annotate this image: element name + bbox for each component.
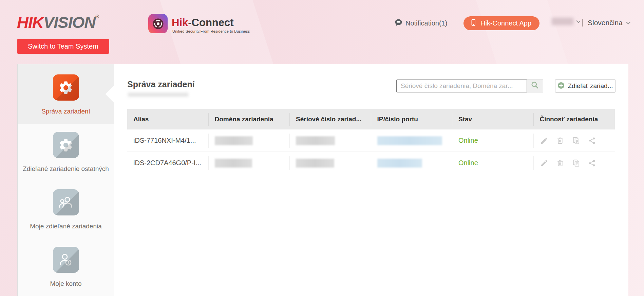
row-actions bbox=[540, 136, 596, 145]
language-selector[interactable]: Slovenčina bbox=[588, 19, 629, 27]
table-header: Alias Doména zariadenia Sériové číslo za… bbox=[127, 109, 615, 129]
gear-icon bbox=[53, 132, 79, 158]
search-button[interactable] bbox=[527, 80, 543, 92]
delete-button[interactable] bbox=[556, 159, 565, 168]
gear-icon bbox=[53, 74, 79, 101]
hik-connect-app-button[interactable]: Hik-Connect App bbox=[463, 16, 539, 30]
phone-icon bbox=[470, 18, 477, 28]
search-icon bbox=[531, 81, 539, 91]
column-header-operation: Činnosť zariadenia bbox=[534, 113, 615, 126]
delete-button[interactable] bbox=[556, 136, 565, 145]
status-badge: Online bbox=[458, 137, 478, 144]
device-domain-redacted bbox=[215, 136, 253, 145]
row-actions bbox=[540, 159, 596, 168]
hik-connect-logo-icon bbox=[148, 14, 168, 33]
users-icon bbox=[53, 189, 79, 215]
edit-button[interactable] bbox=[540, 136, 549, 145]
user-name-redacted bbox=[552, 18, 573, 25]
content-panel: Správa zariadení Zdieľané zariadenie ost… bbox=[17, 64, 628, 296]
column-header-domain: Doména zariadenia bbox=[209, 113, 290, 126]
chat-bubble-icon bbox=[394, 18, 403, 28]
edit-button[interactable] bbox=[540, 159, 549, 168]
notification-button[interactable]: Notification(1) bbox=[394, 18, 447, 28]
header-divider: | bbox=[582, 18, 584, 27]
sidebar-item-my-shared-devices[interactable]: Moje zdieľané zariadenia bbox=[18, 181, 114, 239]
switch-team-system-button[interactable]: Switch to Team System bbox=[17, 39, 109, 54]
share-device-button[interactable]: Zdieľať zariad... bbox=[555, 79, 615, 93]
device-alias: iDS-7716NXI-M4/1... bbox=[133, 137, 196, 144]
hikvision-logo: HIKVISION® bbox=[17, 13, 99, 32]
search-bar bbox=[396, 80, 543, 92]
share-button[interactable] bbox=[588, 136, 596, 145]
column-header-ip-port: IP/číslo portu bbox=[371, 113, 453, 126]
title-subtext-redacted bbox=[128, 93, 188, 97]
sidebar-item-label: Zdieľané zariadenie ostatných bbox=[23, 165, 109, 173]
table-row: iDS-7716NXI-M4/1... Online bbox=[127, 129, 615, 152]
sidebar-item-label: Správa zariadení bbox=[41, 108, 90, 115]
sidebar-item-my-account[interactable]: Moje konto bbox=[18, 239, 114, 296]
device-serial-redacted bbox=[296, 136, 335, 145]
page-title: Správa zariadení bbox=[127, 80, 195, 89]
sidebar: Správa zariadení Zdieľané zariadenie ost… bbox=[18, 64, 114, 296]
product-name: Hik-Connect bbox=[172, 17, 234, 29]
search-input[interactable] bbox=[396, 80, 527, 92]
share-button-label: Zdieľať zariad... bbox=[568, 82, 613, 90]
column-header-alias: Alias bbox=[127, 113, 209, 126]
sidebar-item-label: Moje konto bbox=[50, 280, 82, 288]
sidebar-item-shared-devices-of-others[interactable]: Zdieľané zariadenie ostatných bbox=[18, 124, 114, 181]
page: HIKVISION® Hik-Connect Unified Security,… bbox=[0, 0, 644, 296]
copy-button[interactable] bbox=[572, 159, 581, 168]
share-button[interactable] bbox=[588, 159, 596, 168]
registered-mark: ® bbox=[95, 14, 99, 19]
device-table: Alias Doména zariadenia Sériové číslo za… bbox=[127, 109, 615, 174]
chevron-down-icon bbox=[576, 19, 581, 23]
status-badge: Online bbox=[458, 159, 478, 167]
main-content: Správa zariadení bbox=[114, 64, 628, 296]
column-header-status: Stav bbox=[452, 113, 534, 126]
table-row: iDS-2CD7A46G0/P-I... Online bbox=[127, 152, 615, 174]
user-info-icon bbox=[53, 247, 79, 273]
column-header-serial: Sériové číslo zariad... bbox=[290, 113, 371, 126]
sidebar-item-label: Moje zdieľané zariadenia bbox=[30, 223, 102, 230]
device-ip-redacted bbox=[377, 159, 422, 168]
sidebar-item-device-management[interactable]: Správa zariadení bbox=[18, 64, 114, 124]
device-ip-redacted bbox=[377, 136, 442, 145]
plus-circle-icon bbox=[557, 82, 565, 90]
copy-button[interactable] bbox=[572, 136, 581, 145]
chevron-down-icon bbox=[626, 20, 630, 24]
language-label: Slovenčina bbox=[588, 19, 623, 27]
product-tagline: Unified Security,From Residence to Busin… bbox=[172, 29, 250, 33]
device-alias: iDS-2CD7A46G0/P-I... bbox=[133, 159, 201, 167]
device-domain-redacted bbox=[215, 159, 252, 168]
user-menu[interactable] bbox=[552, 18, 579, 25]
notification-label: Notification(1) bbox=[405, 19, 447, 27]
device-serial-redacted bbox=[296, 159, 334, 168]
app-button-label: Hik-Connect App bbox=[480, 19, 531, 27]
